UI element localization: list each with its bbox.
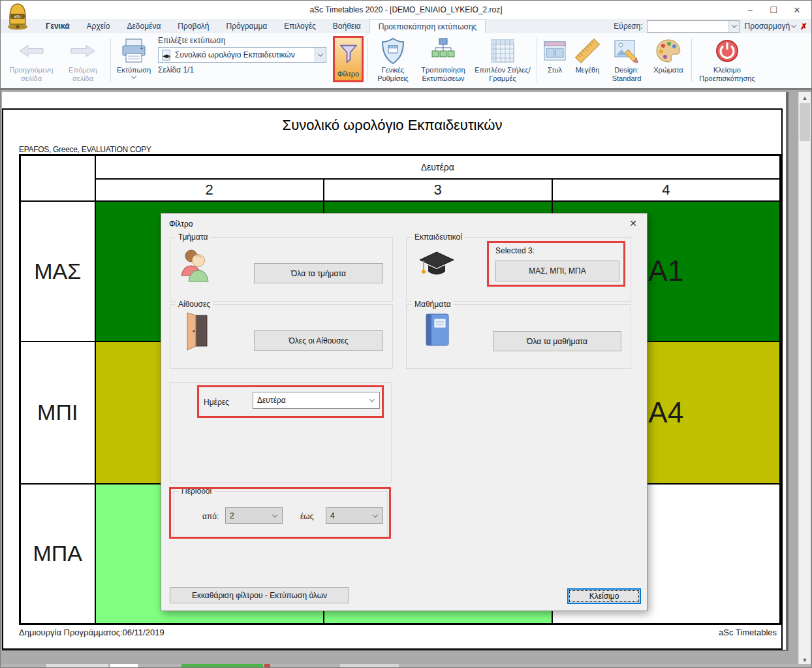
chevron-down-icon bbox=[268, 514, 282, 518]
menu-programma[interactable]: Πρόγραμμα bbox=[218, 19, 276, 33]
period-to-select[interactable]: 4 bbox=[326, 507, 383, 524]
scroll-up-icon[interactable]: ▲ bbox=[799, 92, 811, 103]
extra-columns-rows-button[interactable]: Επιπλέον Στήλες/Γραμμές bbox=[471, 35, 534, 86]
palette-icon bbox=[655, 36, 682, 66]
prev-page-button[interactable]: Προηγούμενη σελίδα bbox=[5, 35, 58, 86]
print-selection-value: Συνολικό ωρολόγιο Εκπαιδευτικών bbox=[175, 50, 315, 59]
toolbar: Προηγούμενη σελίδα Επόμενη σελίδα Εκτύπω bbox=[1, 33, 811, 90]
close-ribbon-icon[interactable]: ✗ bbox=[800, 22, 807, 31]
modify-prints-button[interactable]: Τροποποίηση Εκτυπώσεων bbox=[415, 35, 471, 86]
page-title: Συνολικό ωρολόγιο Εκπαιδευτικών bbox=[2, 117, 783, 134]
all-classes-button[interactable]: Όλα τα τμήματα bbox=[254, 263, 383, 283]
customize-button[interactable]: Προσαρμογή bbox=[744, 22, 796, 31]
period-from-select[interactable]: 2 bbox=[225, 507, 283, 524]
dialog-close-icon[interactable]: ✕ bbox=[625, 217, 642, 230]
subjects-group-label: Μαθήματα bbox=[412, 300, 454, 309]
day-header: Δευτέρα bbox=[95, 155, 781, 179]
period-to-label: έως bbox=[300, 512, 314, 521]
window-layout-icon bbox=[542, 36, 568, 66]
print-selection-combo[interactable]: Συνολικό ωρολόγιο Εκπαιδευτικών bbox=[158, 47, 326, 63]
title-bar: aSc Timetables 2020 - [DEMO_ENIAIO_LYKEI… bbox=[1, 1, 811, 19]
shield-icon bbox=[380, 36, 406, 66]
funnel-icon bbox=[339, 38, 358, 70]
creation-date-text: Δημιουργία Προγράμματος:06/11/2019 bbox=[19, 628, 164, 637]
arrow-right-icon bbox=[69, 36, 97, 66]
filter-dialog: Φίλτρο ✕ Τμήματα Όλα τα τμήματα Εκπαιδευ… bbox=[161, 213, 648, 611]
students-icon bbox=[177, 246, 215, 285]
chevron-down-icon bbox=[368, 514, 383, 518]
period-header: 3 bbox=[324, 179, 552, 201]
menu-genika[interactable]: Γενικά bbox=[37, 19, 78, 33]
classes-group-label: Τμήματα bbox=[176, 232, 210, 242]
menu-arxeio[interactable]: Αρχείο bbox=[78, 19, 119, 33]
maximize-button[interactable]: ☐ bbox=[762, 1, 785, 19]
clear-filter-button[interactable]: Εκκαθάριση φίλτρου - Εκτύπωση όλων bbox=[170, 587, 349, 603]
choose-print-label: Επιλέξτε εκτύπωση bbox=[158, 36, 326, 45]
svg-text:aSc: aSc bbox=[14, 14, 22, 19]
menu-bar: Γενικά Αρχείο Δεδομένα Προβολή Πρόγραμμα… bbox=[1, 19, 811, 33]
window-title: aSc Timetables 2020 - [DEMO_ENIAIO_LYKEI… bbox=[1, 5, 811, 14]
colors-button[interactable]: Χρώματα bbox=[648, 35, 689, 86]
book-icon bbox=[422, 312, 452, 351]
next-page-button[interactable]: Επόμενη σελίδα bbox=[58, 35, 108, 86]
minimize-button[interactable]: – bbox=[738, 1, 762, 19]
period-header: 2 bbox=[95, 179, 324, 201]
power-icon bbox=[714, 36, 740, 66]
close-button[interactable]: ✕ bbox=[785, 1, 809, 19]
teachers-group-label: Εκπαιδευτικοί bbox=[412, 232, 465, 242]
picture-pencil-icon bbox=[613, 36, 640, 66]
table-grid-icon bbox=[489, 36, 516, 66]
style-button[interactable]: Στυλ bbox=[540, 35, 570, 86]
chevron-down-icon bbox=[365, 398, 379, 402]
print-selection-dropdown-icon[interactable] bbox=[315, 48, 326, 62]
periods-group-label: Περίοδοι bbox=[179, 486, 214, 496]
general-settings-button[interactable]: Γενικές Ρυθμίσεις bbox=[371, 35, 415, 86]
menu-dedomena[interactable]: Δεδομένα bbox=[118, 19, 169, 33]
all-rooms-button[interactable]: Όλες οι Αίθουσες bbox=[254, 330, 383, 351]
filter-button[interactable]: Φίλτρο bbox=[333, 36, 364, 82]
org-chart-icon bbox=[429, 36, 457, 66]
bottom-edge-sliver bbox=[1, 664, 811, 667]
scrollbar-thumb[interactable] bbox=[800, 103, 810, 141]
app-window: aSc Timetables 2020 - [DEMO_ENIAIO_LYKEI… bbox=[0, 0, 812, 668]
rooms-group-label: Αίθουσες bbox=[176, 300, 213, 309]
design-button[interactable]: Design: Standard bbox=[605, 35, 648, 86]
period-from-label: από: bbox=[202, 512, 219, 521]
dialog-title: Φίλτρο bbox=[169, 219, 193, 229]
all-subjects-button[interactable]: Όλα τα μαθήματα bbox=[493, 331, 621, 351]
ruler-icon bbox=[574, 36, 601, 66]
selected-count-label: Selected 3: bbox=[495, 246, 535, 255]
asc-footer-text: aSc Timetables bbox=[719, 628, 777, 637]
door-icon bbox=[182, 312, 213, 353]
page-indicator: Σελίδα 1/1 bbox=[158, 65, 326, 74]
days-label: Ημέρες bbox=[204, 398, 229, 407]
search-dropdown-icon[interactable] bbox=[728, 21, 739, 32]
sizes-button[interactable]: Μεγέθη bbox=[570, 35, 605, 86]
teacher-label: ΜΠΑ bbox=[20, 484, 95, 624]
search-label: Εύρεση: bbox=[614, 22, 642, 31]
selected-teachers-button[interactable]: ΜΑΣ, ΜΠΙ, ΜΠΑ bbox=[495, 261, 619, 281]
menu-epiloges[interactable]: Επιλογές bbox=[275, 19, 324, 33]
menu-provoli[interactable]: Προβολή bbox=[169, 19, 217, 33]
teacher-label: ΜΑΣ bbox=[20, 201, 95, 342]
search-input[interactable] bbox=[647, 20, 740, 33]
evaluation-watermark: EPAFOS, Greece, EVALUATION COPY bbox=[19, 145, 151, 154]
vertical-scrollbar[interactable]: ▲ ▼ bbox=[798, 92, 811, 665]
period-header: 4 bbox=[552, 179, 781, 201]
print-type-icon bbox=[161, 49, 172, 61]
asc-bell-logo-icon[interactable]: aSc bbox=[5, 2, 31, 31]
arrow-left-icon bbox=[18, 36, 45, 66]
graduation-cap-icon bbox=[417, 249, 456, 283]
printer-icon bbox=[120, 36, 148, 66]
days-select[interactable]: Δευτέρα bbox=[253, 392, 380, 409]
corner-cell bbox=[20, 155, 95, 201]
dialog-close-button[interactable]: Κλείσιμο bbox=[567, 588, 641, 604]
print-selection-group: Επιλέξτε εκτύπωση Συνολικό ωρολόγιο Εκπα… bbox=[154, 35, 330, 86]
menu-voitheia[interactable]: Βοήθεια bbox=[324, 19, 369, 33]
teacher-label: ΜΠΙ bbox=[20, 342, 95, 484]
close-preview-button[interactable]: Κλείσιμο Προεπισκόπησης bbox=[695, 35, 760, 86]
tab-print-preview[interactable]: Προεπισκόπηση εκτύπωσης bbox=[369, 19, 486, 33]
print-button[interactable]: Εκτύπωση bbox=[114, 35, 154, 86]
